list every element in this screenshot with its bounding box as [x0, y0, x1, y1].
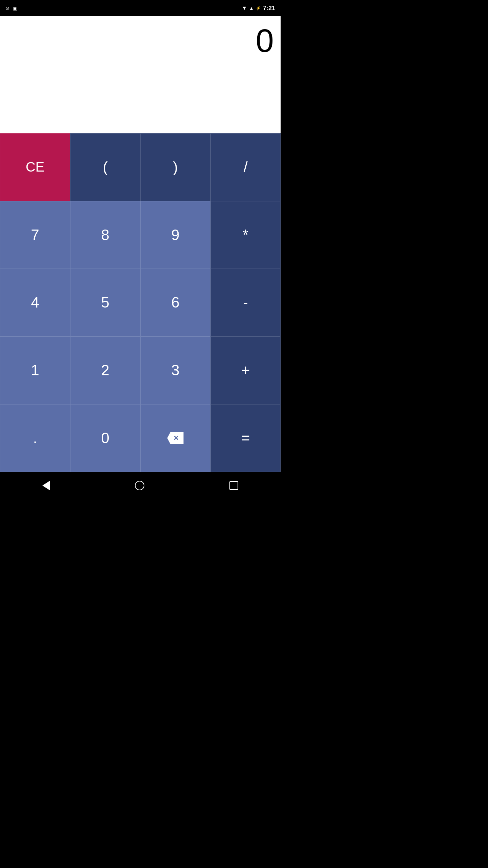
one-button[interactable]: 1	[0, 336, 70, 404]
six-button[interactable]: 6	[140, 269, 210, 337]
recents-icon	[229, 481, 238, 490]
two-button[interactable]: 2	[70, 336, 140, 404]
zero-button[interactable]: 0	[70, 404, 140, 472]
wifi-icon: ▼	[242, 5, 247, 11]
home-button[interactable]	[135, 481, 144, 490]
backspace-shape: ✕	[167, 432, 184, 444]
subtract-button[interactable]: -	[210, 269, 281, 337]
add-button[interactable]: +	[210, 336, 281, 404]
five-button[interactable]: 5	[70, 269, 140, 337]
keypad: CE ( ) / 7 8 9 * 4 5 6 - 1 2 3 + . 0 ✕ =	[0, 133, 281, 472]
display-value: 0	[256, 24, 274, 57]
recents-button[interactable]	[229, 481, 238, 490]
calculator-display: 0	[0, 16, 281, 133]
home-icon	[135, 481, 144, 490]
divide-button[interactable]: /	[210, 133, 281, 201]
four-button[interactable]: 4	[0, 269, 70, 337]
equals-button[interactable]: =	[210, 404, 281, 472]
three-button[interactable]: 3	[140, 336, 210, 404]
nine-button[interactable]: 9	[140, 201, 210, 269]
back-icon	[42, 481, 50, 490]
status-left-icons: ⊙ ▣	[5, 5, 17, 11]
backspace-x: ✕	[173, 434, 179, 442]
eight-button[interactable]: 8	[70, 201, 140, 269]
loading-icon: ⊙	[5, 5, 9, 11]
multiply-button[interactable]: *	[210, 201, 281, 269]
backspace-button[interactable]: ✕	[140, 404, 210, 472]
battery-icon: ⚡	[256, 6, 261, 11]
nav-bar	[0, 472, 281, 499]
signal-icon: ▲	[249, 5, 254, 11]
seven-button[interactable]: 7	[0, 201, 70, 269]
status-right-icons: ▼ ▲ ⚡ 7:21	[242, 5, 275, 12]
back-button[interactable]	[42, 481, 50, 490]
close-paren-button[interactable]: )	[140, 133, 210, 201]
status-bar: ⊙ ▣ ▼ ▲ ⚡ 7:21	[0, 0, 281, 16]
open-paren-button[interactable]: (	[70, 133, 140, 201]
decimal-button[interactable]: .	[0, 404, 70, 472]
sim-icon: ▣	[13, 5, 17, 11]
clock: 7:21	[263, 5, 275, 12]
backspace-icon: ✕	[167, 432, 184, 444]
clear-entry-button[interactable]: CE	[0, 133, 70, 201]
